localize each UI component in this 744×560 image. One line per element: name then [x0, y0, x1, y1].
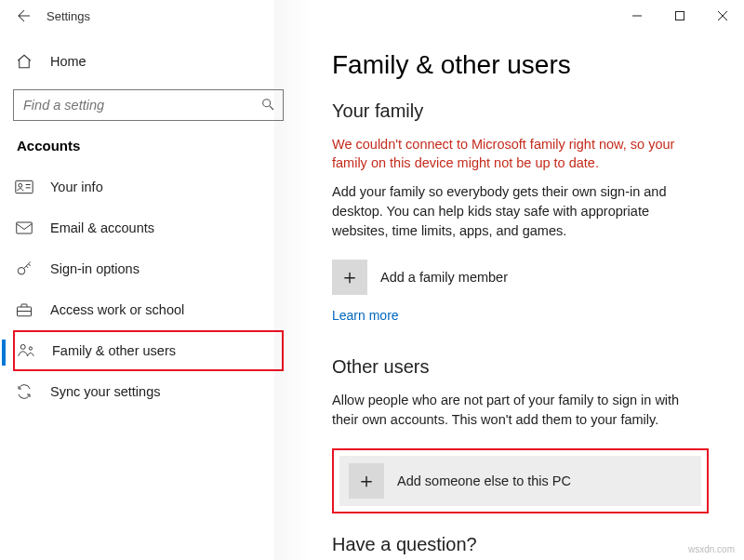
sidebar-item-label: Email & accounts: [50, 220, 154, 235]
maximize-button[interactable]: [658, 0, 701, 32]
add-family-member-label: Add a family member: [380, 270, 508, 285]
plus-icon: ＋: [349, 463, 384, 499]
window-controls: [616, 0, 744, 32]
window-title: Settings: [46, 9, 90, 23]
add-other-user-button[interactable]: ＋ Add someone else to this PC: [339, 456, 701, 506]
add-other-user-highlight: ＋ Add someone else to this PC: [332, 448, 709, 513]
svg-point-2: [263, 99, 271, 106]
question-heading: Have a question?: [332, 534, 709, 555]
sidebar-item-label: Your info: [50, 180, 103, 194]
add-other-user-label: Add someone else to this PC: [397, 473, 571, 488]
sidebar-section-heading: Accounts: [17, 138, 284, 153]
svg-rect-1: [676, 12, 684, 20]
sidebar-item-label: Sync your settings: [50, 384, 160, 399]
sidebar-item-label: Family & other users: [52, 343, 176, 358]
home-label: Home: [50, 54, 86, 69]
close-icon: [717, 10, 728, 21]
sidebar-item-family-other-users[interactable]: Family & other users: [13, 330, 284, 371]
sidebar-item-work-school[interactable]: Access work or school: [13, 289, 284, 330]
close-button[interactable]: [701, 0, 744, 32]
family-body-text: Add your family so everybody gets their …: [332, 182, 709, 241]
search-input[interactable]: [21, 97, 260, 113]
sidebar-item-sync-settings[interactable]: Sync your settings: [13, 371, 284, 412]
minimize-icon: [631, 10, 643, 21]
back-button[interactable]: [6, 0, 43, 32]
home-icon: [13, 53, 35, 70]
sidebar-item-your-info[interactable]: Your info: [13, 167, 284, 207]
svg-point-13: [29, 347, 32, 350]
family-heading: Your family: [332, 100, 709, 122]
sync-icon: [13, 383, 35, 400]
learn-more-link[interactable]: Learn more: [332, 308, 399, 323]
family-error-text: We couldn't connect to Microsoft family …: [332, 135, 709, 173]
watermark: wsxdn.com: [688, 544, 735, 554]
other-users-heading: Other users: [332, 356, 709, 378]
svg-point-9: [18, 268, 25, 275]
plus-icon: ＋: [332, 260, 367, 295]
family-icon: [15, 342, 37, 359]
sidebar-item-label: Sign-in options: [50, 261, 140, 276]
add-family-member-button[interactable]: ＋ Add a family member: [332, 260, 709, 295]
home-nav[interactable]: Home: [13, 41, 284, 82]
sidebar-item-email-accounts[interactable]: Email & accounts: [13, 207, 284, 248]
mail-icon: [13, 221, 35, 234]
titlebar: Settings: [0, 0, 744, 32]
svg-line-3: [270, 106, 273, 110]
id-card-icon: [13, 180, 35, 194]
main-content: Family & other users Your family We coul…: [312, 32, 744, 560]
sidebar-item-label: Access work or school: [50, 302, 184, 317]
search-box[interactable]: [13, 89, 284, 121]
svg-rect-8: [17, 222, 33, 233]
svg-point-5: [19, 183, 22, 187]
svg-rect-4: [16, 180, 33, 193]
search-icon: [260, 97, 275, 114]
sidebar-item-signin-options[interactable]: Sign-in options: [13, 248, 284, 289]
briefcase-icon: [13, 302, 35, 317]
svg-point-12: [20, 344, 25, 349]
back-arrow-icon: [16, 7, 33, 24]
maximize-icon: [674, 10, 685, 21]
page-title: Family & other users: [332, 50, 709, 80]
minimize-button[interactable]: [616, 0, 658, 32]
sidebar: Home Accounts Your info Email & accounts: [0, 32, 312, 560]
other-users-body-text: Allow people who are not part of your fa…: [332, 391, 709, 430]
key-icon: [13, 260, 35, 277]
